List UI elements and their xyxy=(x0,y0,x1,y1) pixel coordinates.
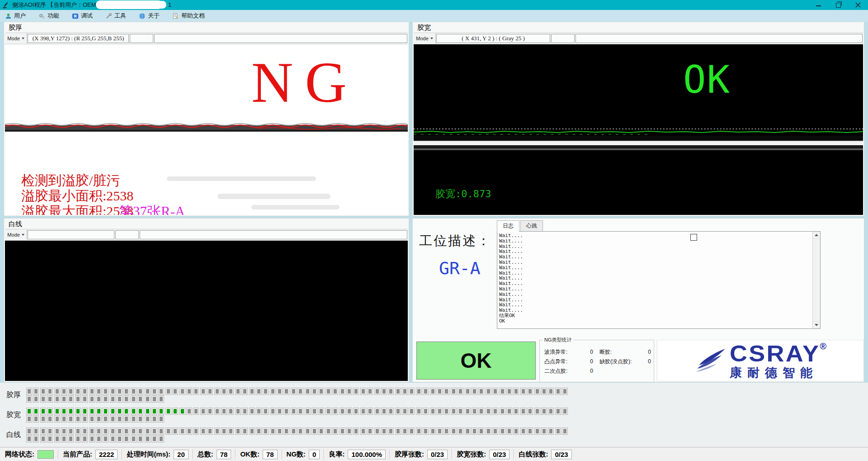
status-value: 0 xyxy=(309,450,320,459)
indicator-square xyxy=(137,428,143,435)
indicator-square-fill xyxy=(438,429,441,433)
indicator-square-fill xyxy=(97,437,100,441)
indicator-square xyxy=(200,388,206,395)
indicator-square xyxy=(158,395,164,403)
menu-item-gear[interactable]: 功能 xyxy=(38,12,59,20)
log-tab-2[interactable]: 心跳 xyxy=(520,220,543,231)
indicator-square xyxy=(26,388,32,395)
log-scrollbar[interactable] xyxy=(812,232,820,328)
indicator-square-fill xyxy=(292,409,295,413)
indicator-square-fill xyxy=(125,437,128,441)
defect-text-overlay: 检测到溢胶/脏污 溢胶最小面积:2538 溢胶最大面积:2538 xyxy=(21,173,133,215)
indicator-square-fill xyxy=(118,389,121,394)
status-label: 良率: xyxy=(329,450,344,459)
mode-dropdown[interactable]: Mode xyxy=(5,229,27,240)
indicator-square xyxy=(311,428,317,435)
chevron-down-icon xyxy=(22,234,24,236)
indicator-square xyxy=(110,408,116,415)
panel-title: 胶宽 xyxy=(417,24,431,32)
indicator-square xyxy=(437,388,443,395)
menu-item-user[interactable]: 用户 xyxy=(5,12,26,20)
log-tab-1[interactable]: 日志 xyxy=(497,220,519,232)
indicator-square xyxy=(151,435,157,442)
indicator-square-fill xyxy=(111,389,114,394)
indicator-square xyxy=(193,388,199,395)
indicator-square xyxy=(151,395,157,403)
mode-dropdown[interactable]: Mode xyxy=(5,33,27,44)
close-button[interactable] xyxy=(848,0,868,10)
indicator-square xyxy=(318,428,324,435)
restore-button[interactable] xyxy=(828,0,848,10)
indicator-square xyxy=(353,428,359,435)
status-label: 白线张数: xyxy=(519,450,548,459)
indicator-square xyxy=(151,388,157,395)
indicator-square-fill xyxy=(104,409,107,413)
minimize-button[interactable] xyxy=(808,0,828,10)
baixian-image-view[interactable] xyxy=(5,241,408,381)
log-list[interactable]: Wait....Wait....Wait....Wait....Wait....… xyxy=(497,231,821,329)
indicator-row xyxy=(26,415,568,423)
window-title: 侧涂AOI程序 【当前用户：OEM】 编 xyxy=(12,1,109,9)
indicator-square xyxy=(110,395,116,403)
indicator-square-fill xyxy=(264,409,267,413)
indicator-square xyxy=(235,408,241,415)
station-description-label: 工位描述： xyxy=(419,232,491,250)
indicator-square xyxy=(381,388,387,395)
indicator-square-fill xyxy=(111,417,114,421)
scroll-up-arrow[interactable] xyxy=(813,232,820,239)
indicator-square-fill xyxy=(250,429,254,433)
indicator-square-fill xyxy=(459,389,462,394)
glue-width-image xyxy=(414,127,863,154)
menu-item-debug[interactable]: 调试 xyxy=(71,12,93,20)
jiaohou-image-view[interactable]: NG 检测到溢胶/脏污 溢胶最小面积:2538 溢胶最大面积:2538 第37张… xyxy=(5,44,408,215)
indicator-square xyxy=(172,388,178,395)
indicator-square-fill xyxy=(90,429,94,433)
indicator-rows xyxy=(26,387,568,403)
indicator-square xyxy=(326,408,331,415)
indicator-square-fill xyxy=(494,429,497,433)
indicator-square-fill xyxy=(250,409,254,413)
indicator-square-fill xyxy=(97,417,100,421)
indicator-square xyxy=(520,408,526,415)
indicator-square xyxy=(61,428,67,435)
indicator-square xyxy=(270,408,276,415)
indicator-square-fill xyxy=(139,389,142,394)
indicator-square-fill xyxy=(104,429,107,433)
info-box-small xyxy=(115,230,139,239)
indicator-square-fill xyxy=(90,409,94,413)
menu-item-help-doc[interactable]: 帮助文档 xyxy=(172,12,205,20)
indicator-square-fill xyxy=(536,429,539,433)
log-checkbox[interactable] xyxy=(690,234,697,241)
scroll-down-arrow[interactable] xyxy=(813,321,820,328)
indicator-square-fill xyxy=(243,409,246,413)
indicator-square xyxy=(151,428,157,435)
indicator-square-fill xyxy=(97,429,100,433)
indicator-square-fill xyxy=(83,389,86,394)
menu-item-tools[interactable]: 工具 xyxy=(105,12,126,20)
indicator-square xyxy=(465,408,471,415)
indicator-square xyxy=(89,408,95,415)
pixel-info-box: (X 398,Y 1272) : (R 255,G 255,B 255) xyxy=(28,34,129,43)
indicator-square-fill xyxy=(403,389,406,394)
indicator-square xyxy=(75,388,81,395)
indicator-square xyxy=(221,408,227,415)
indicator-square xyxy=(430,388,436,395)
mode-dropdown[interactable]: Mode xyxy=(414,33,436,44)
indicator-square xyxy=(96,415,102,423)
indicator-square-fill xyxy=(424,429,427,433)
jiaokuan-image-view[interactable]: OK 胶宽:0.873 xyxy=(414,44,863,215)
indicator-square xyxy=(297,388,303,395)
indicator-square-fill xyxy=(42,429,45,433)
indicator-square-fill xyxy=(494,409,497,413)
menu-item-label: 功能 xyxy=(47,12,59,20)
indicator-square-fill xyxy=(508,409,511,413)
indicator-square-fill xyxy=(257,429,260,433)
indicator-square-fill xyxy=(42,397,45,401)
indicator-square-fill xyxy=(69,437,72,441)
overall-result-button[interactable]: OK xyxy=(416,342,536,380)
menu-item-about[interactable]: 关于 xyxy=(138,12,160,20)
indicator-square-fill xyxy=(271,409,274,413)
indicator-square xyxy=(54,428,60,435)
status-label: 网络状态: xyxy=(5,450,34,459)
indicator-square-fill xyxy=(549,409,552,413)
